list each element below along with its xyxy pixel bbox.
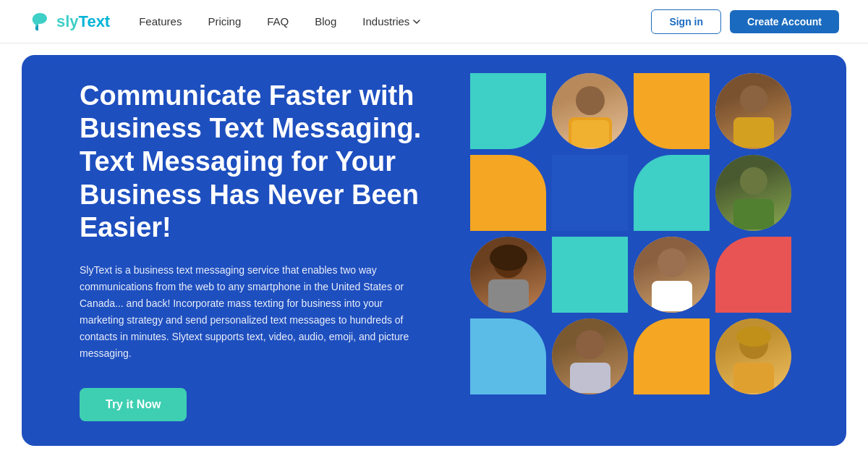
try-it-now-button[interactable]: Try it Now bbox=[80, 388, 187, 421]
grid-cell-photo-5 bbox=[634, 237, 710, 313]
grid-cell-blue-1 bbox=[552, 155, 628, 231]
svg-rect-2 bbox=[571, 120, 609, 148]
grid-cell-gold-1 bbox=[634, 73, 710, 149]
grid-cell-gold-2 bbox=[470, 155, 546, 231]
nav-link-industries: Industries bbox=[362, 15, 409, 28]
svg-rect-13 bbox=[570, 363, 610, 393]
grid-cell-photo-4 bbox=[715, 73, 791, 149]
nav-item-pricing[interactable]: Pricing bbox=[208, 15, 241, 28]
logo-icon bbox=[29, 11, 51, 33]
nav-link-features[interactable]: Features bbox=[139, 15, 182, 28]
signin-button[interactable]: Sign in bbox=[651, 9, 721, 34]
nav-right: Sign in Create Account bbox=[651, 9, 839, 34]
grid-cell-gold-3 bbox=[634, 318, 710, 394]
grid-cell-photo-1 bbox=[552, 73, 628, 149]
person-icon-7 bbox=[718, 321, 790, 393]
svg-rect-4 bbox=[733, 117, 774, 148]
nav-left: slyText Features Pricing FAQ Blog Indust… bbox=[29, 11, 421, 33]
logo-sly: sly bbox=[56, 12, 79, 30]
grid-cell-photo-6 bbox=[552, 318, 628, 394]
grid-cell-photo-2 bbox=[715, 155, 791, 231]
create-account-button[interactable]: Create Account bbox=[730, 10, 839, 33]
hero-title: Communicate Faster with Business Text Me… bbox=[80, 80, 456, 245]
nav-link-faq[interactable]: FAQ bbox=[267, 15, 289, 28]
person-icon-4 bbox=[718, 75, 790, 148]
nav-item-faq[interactable]: FAQ bbox=[267, 15, 289, 28]
logo-text: slyText bbox=[56, 12, 110, 31]
svg-point-12 bbox=[576, 330, 605, 359]
grid-cell-teal-1 bbox=[470, 73, 546, 149]
navbar: slyText Features Pricing FAQ Blog Indust… bbox=[0, 0, 868, 43]
grid-cell-teal-3 bbox=[552, 237, 628, 313]
chevron-down-icon bbox=[412, 17, 421, 26]
svg-rect-11 bbox=[652, 281, 692, 311]
grid-cell-coral-1 bbox=[715, 237, 791, 313]
nav-item-industries[interactable]: Industries bbox=[362, 15, 421, 28]
hero-section: Communicate Faster with Business Text Me… bbox=[22, 55, 846, 446]
person-icon-2 bbox=[718, 157, 790, 229]
nav-links: Features Pricing FAQ Blog Industries bbox=[139, 15, 421, 28]
nav-link-blog[interactable]: Blog bbox=[315, 15, 336, 28]
svg-point-10 bbox=[658, 248, 686, 277]
svg-rect-16 bbox=[733, 363, 774, 393]
svg-point-0 bbox=[576, 86, 605, 115]
logo-text-part: Text bbox=[79, 12, 111, 30]
hero-visual-grid bbox=[470, 73, 803, 428]
nav-item-features[interactable]: Features bbox=[139, 15, 182, 28]
hero-content: Communicate Faster with Business Text Me… bbox=[80, 80, 456, 422]
grid-cell-teal-2 bbox=[634, 155, 710, 231]
grid-cell-sky-1 bbox=[470, 318, 546, 394]
person-icon-5 bbox=[636, 239, 708, 311]
grid-cell-photo-3 bbox=[470, 237, 546, 313]
nav-link-pricing[interactable]: Pricing bbox=[208, 15, 241, 28]
logo[interactable]: slyText bbox=[29, 11, 110, 33]
person-icon-3 bbox=[472, 239, 545, 311]
svg-rect-9 bbox=[488, 279, 529, 311]
svg-point-3 bbox=[740, 85, 767, 113]
svg-point-5 bbox=[740, 167, 767, 195]
svg-rect-6 bbox=[733, 199, 774, 229]
person-icon-6 bbox=[554, 321, 626, 393]
grid-cell-photo-7 bbox=[715, 318, 791, 394]
person-icon-1 bbox=[554, 75, 626, 148]
hero-description: SlyText is a business text messaging ser… bbox=[80, 262, 412, 363]
nav-item-blog[interactable]: Blog bbox=[315, 15, 336, 28]
svg-point-15 bbox=[736, 326, 771, 347]
svg-point-8 bbox=[490, 245, 527, 271]
